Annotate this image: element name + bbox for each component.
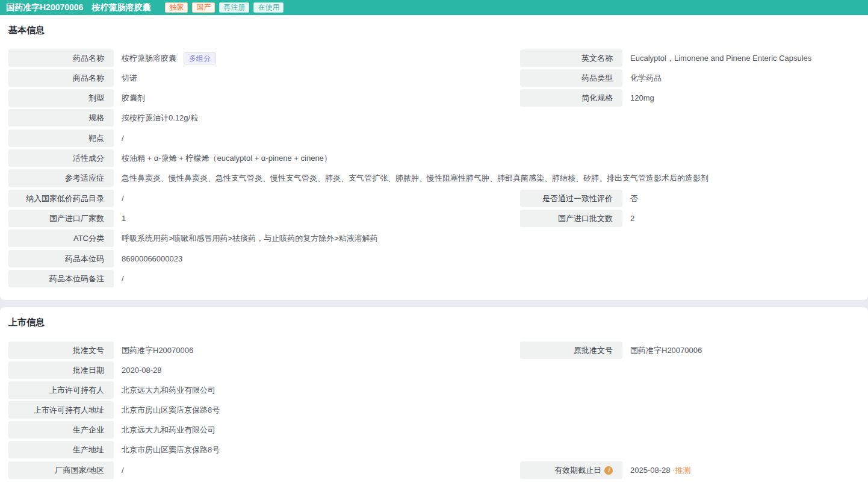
manufacturer-value: 北京远大九和药业有限公司 xyxy=(114,425,215,436)
row-consistency-eval: 是否通过一致性评价 否 xyxy=(520,190,860,207)
basic-info-group-2: 靶点 / 活性成分 桉油精 + α-蒎烯 + 柠檬烯（eucalyptol + … xyxy=(8,130,860,187)
simplified-spec-value: 120mg xyxy=(622,93,654,102)
basic-info-group-4: 药品本位码 86900066000023 药品本位码备注 / xyxy=(8,250,860,287)
approval-date-label: 批准日期 xyxy=(8,361,114,379)
market-info-group-2: 厂商国家/地区 / 有效期截止日 2025-08-28 ·推测 xyxy=(8,461,860,481)
market-info-title: 上市信息 xyxy=(8,317,860,328)
row-manufacturer-count: 国产进口厂家数 1 xyxy=(8,210,514,227)
mah-address-label: 上市许可持有人地址 xyxy=(8,401,114,419)
basic-info-group-1: 药品名称 桉柠蒎肠溶胶囊 多组分 英文名称 Eucalyptol，Limonen… xyxy=(8,49,860,127)
info-icon[interactable] xyxy=(604,466,613,475)
dosage-form-value: 胶囊剂 xyxy=(114,93,145,104)
trade-name-label: 商品名称 xyxy=(8,69,114,87)
approval-count-value: 2 xyxy=(622,214,634,223)
spec-value: 按桉柠蒎油计0.12g/粒 xyxy=(114,113,198,123)
standard-code-note-value: / xyxy=(114,274,124,283)
origin-country-label: 厂商国家/地区 xyxy=(8,461,114,479)
expiry-date-value-cell: 2025-08-28 ·推测 xyxy=(622,465,690,476)
row-simplified-spec: 简化规格 120mg xyxy=(520,89,860,107)
row-dosage-form: 剂型 胶囊剂 xyxy=(8,89,514,107)
drug-type-value: 化学药品 xyxy=(622,73,662,84)
drug-type-label: 药品类型 xyxy=(520,69,622,87)
header-badges: 独家 国产 再注册 在使用 xyxy=(165,2,288,13)
english-name-label: 英文名称 xyxy=(520,49,622,67)
approval-date-value: 2020-08-28 xyxy=(114,366,162,375)
expiry-date-label-cell: 有效期截止日 xyxy=(520,461,622,479)
row-manufacture-address: 生产地址 北京市房山区窦店京保路8号 xyxy=(8,441,860,458)
expiry-date-inferred-tag: ·推测 xyxy=(671,465,691,476)
expiry-date-label: 有效期截止日 xyxy=(554,465,601,476)
multi-component-tag: 多组分 xyxy=(184,52,216,64)
atc-value: 呼吸系统用药>咳嗽和感冒用药>祛痰药，与止咳药的复方除外>粘液溶解药 xyxy=(114,233,378,244)
row-standard-code: 药品本位码 86900066000023 xyxy=(8,250,860,267)
original-approval-no-label: 原批准文号 xyxy=(520,342,622,359)
mah-address-value: 北京市房山区窦店京保路8号 xyxy=(114,405,220,416)
approval-no-value: 国药准字H20070006 xyxy=(114,345,193,356)
simplified-spec-label: 简化规格 xyxy=(520,89,622,107)
approval-count-label: 国产进口批文数 xyxy=(520,210,622,227)
row-mah: 上市许可持有人 北京远大九和药业有限公司 xyxy=(8,381,860,399)
row-original-approval-no: 原批准文号 国药准字H20070006 xyxy=(520,342,860,359)
badge-in-use: 在使用 xyxy=(253,2,284,13)
manufacture-address-label: 生产地址 xyxy=(8,441,114,458)
row-spec: 规格 按桉柠蒎油计0.12g/粒 xyxy=(8,109,860,127)
row-low-price-list: 纳入国家低价药品目录 / xyxy=(8,190,514,207)
consistency-eval-value: 否 xyxy=(622,193,638,204)
row-trade-name: 商品名称 切诺 xyxy=(8,69,514,87)
manufacturer-count-label: 国产进口厂家数 xyxy=(8,210,114,227)
row-approval-no: 批准文号 国药准字H20070006 xyxy=(8,342,514,359)
target-value: / xyxy=(114,134,124,143)
expiry-date-value: 2025-08-28 xyxy=(630,466,671,475)
drug-name-label: 药品名称 xyxy=(8,49,114,67)
mah-value: 北京远大九和药业有限公司 xyxy=(114,385,215,396)
row-active-ingredient: 活性成分 桉油精 + α-蒎烯 + 柠檬烯（eucalyptol + α-pin… xyxy=(8,149,860,167)
badge-reregistration: 再注册 xyxy=(219,2,249,13)
approval-no-label: 批准文号 xyxy=(8,342,114,359)
drug-name-title: 桉柠蒎肠溶胶囊 xyxy=(91,2,150,12)
active-ingredient-value: 桉油精 + α-蒎烯 + 柠檬烯（eucalyptol + α-pinene +… xyxy=(114,153,332,164)
mah-label: 上市许可持有人 xyxy=(8,381,114,399)
trade-name-value: 切诺 xyxy=(114,73,137,84)
original-approval-no-value: 国药准字H20070006 xyxy=(622,345,702,356)
market-info-group-1: 批准文号 国药准字H20070006 原批准文号 国药准字H20070006 批… xyxy=(8,342,860,458)
spec-label: 规格 xyxy=(8,109,114,127)
badge-exclusive: 独家 xyxy=(165,2,188,13)
row-approval-date: 批准日期 2020-08-28 xyxy=(8,361,860,379)
row-expiry-date: 有效期截止日 2025-08-28 ·推测 xyxy=(520,461,860,479)
badge-domestic: 国产 xyxy=(192,2,215,13)
english-name-value: Eucalyptol，Limonene and Pinene Enteric C… xyxy=(622,53,811,64)
row-manufacturer: 生产企业 北京远大九和药业有限公司 xyxy=(8,421,860,439)
basic-info-group-3: 纳入国家低价药品目录 / 是否通过一致性评价 否 国产进口厂家数 1 国产进口批… xyxy=(8,190,860,247)
row-english-name: 英文名称 Eucalyptol，Limonene and Pinene Ente… xyxy=(520,49,860,67)
basic-info-title: 基本信息 xyxy=(8,25,860,36)
drug-name-value: 桉柠蒎肠溶胶囊 xyxy=(122,53,176,64)
row-origin-country: 厂商国家/地区 / xyxy=(8,461,514,479)
indications-value: 急性鼻窦炎、慢性鼻窦炎、急性支气管炎、慢性支气管炎、肺炎、支气管扩张、肺脓肿、慢… xyxy=(114,173,708,184)
row-atc: ATC分类 呼吸系统用药>咳嗽和感冒用药>祛痰药，与止咳药的复方除外>粘液溶解药 xyxy=(8,230,860,247)
dosage-form-label: 剂型 xyxy=(8,89,114,107)
origin-country-value: / xyxy=(114,466,124,475)
row-indications: 参考适应症 急性鼻窦炎、慢性鼻窦炎、急性支气管炎、慢性支气管炎、肺炎、支气管扩张… xyxy=(8,169,860,187)
drug-name-value-cell: 桉柠蒎肠溶胶囊 多组分 xyxy=(114,52,216,64)
low-price-list-label: 纳入国家低价药品目录 xyxy=(8,190,114,207)
row-drug-name: 药品名称 桉柠蒎肠溶胶囊 多组分 xyxy=(8,49,514,67)
atc-label: ATC分类 xyxy=(8,230,114,247)
row-mah-address: 上市许可持有人地址 北京市房山区窦店京保路8号 xyxy=(8,401,860,419)
standard-code-note-label: 药品本位码备注 xyxy=(8,270,114,287)
page-title: 国药准字H20070006桉柠蒎肠溶胶囊 xyxy=(6,2,150,13)
consistency-eval-label: 是否通过一致性评价 xyxy=(520,190,622,207)
market-info-section: 上市信息 批准文号 国药准字H20070006 原批准文号 国药准字H20070… xyxy=(0,307,868,503)
standard-code-label: 药品本位码 xyxy=(8,250,114,267)
target-label: 靶点 xyxy=(8,130,114,147)
row-standard-code-note: 药品本位码备注 / xyxy=(8,270,860,287)
indications-label: 参考适应症 xyxy=(8,169,114,187)
row-target: 靶点 / xyxy=(8,130,860,147)
low-price-list-value: / xyxy=(114,194,124,203)
standard-code-value: 86900066000023 xyxy=(114,254,182,263)
active-ingredient-label: 活性成分 xyxy=(8,149,114,167)
row-approval-count: 国产进口批文数 2 xyxy=(520,210,860,227)
top-header-bar: 国药准字H20070006桉柠蒎肠溶胶囊 独家 国产 再注册 在使用 xyxy=(0,0,868,15)
basic-info-section: 基本信息 药品名称 桉柠蒎肠溶胶囊 多组分 英文名称 Eucalyptol，Li… xyxy=(0,15,868,300)
manufacture-address-value: 北京市房山区窦店京保路8号 xyxy=(114,445,220,455)
approval-number: 国药准字H20070006 xyxy=(6,2,83,12)
